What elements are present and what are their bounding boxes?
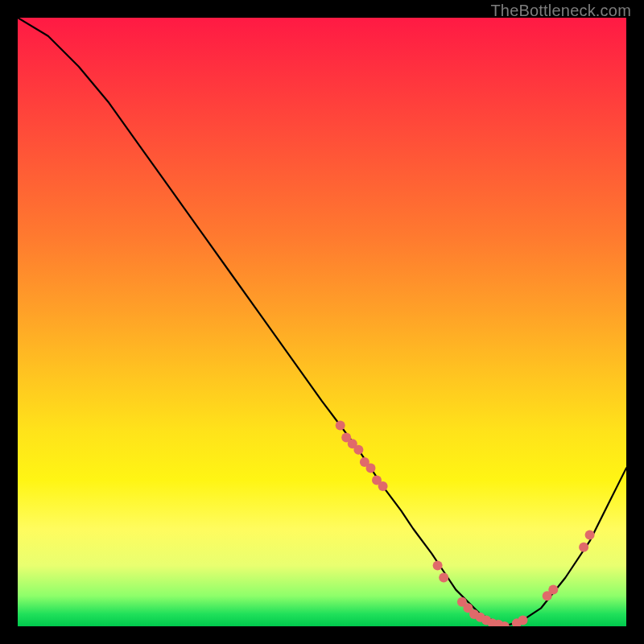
curve-markers bbox=[336, 421, 595, 627]
curve-marker bbox=[366, 463, 376, 473]
chart-svg bbox=[18, 18, 626, 626]
attribution-label: TheBottleneck.com bbox=[490, 2, 631, 20]
curve-marker bbox=[579, 543, 588, 552]
curve-marker bbox=[336, 421, 345, 431]
curve-marker bbox=[378, 481, 388, 491]
plot-area bbox=[18, 18, 626, 626]
curve-marker bbox=[518, 615, 528, 625]
curve-marker bbox=[585, 530, 595, 540]
curve-marker bbox=[433, 560, 443, 570]
bottleneck-curve bbox=[18, 18, 626, 626]
curve-marker bbox=[548, 585, 558, 595]
curve-marker bbox=[353, 445, 363, 455]
chart-stage: TheBottleneck.com bbox=[0, 0, 644, 644]
curve-marker bbox=[439, 573, 448, 583]
